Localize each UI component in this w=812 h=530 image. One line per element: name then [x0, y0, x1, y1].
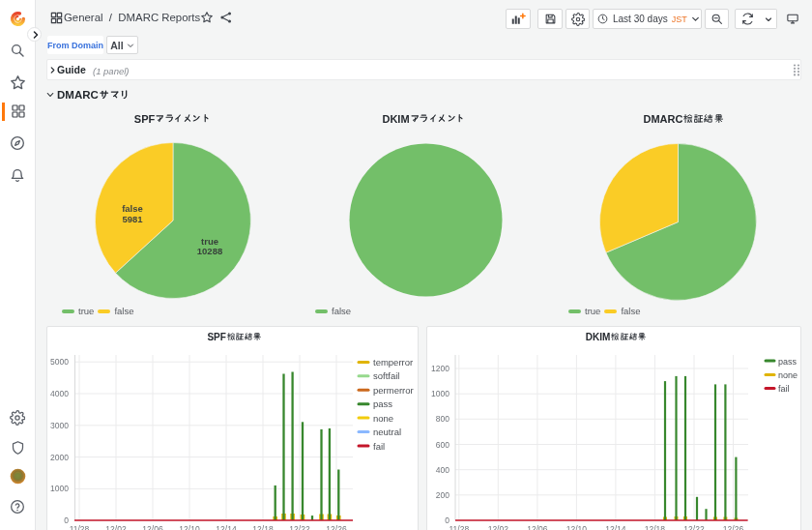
- svg-text:1000: 1000: [50, 484, 69, 493]
- svg-text:400: 400: [436, 465, 450, 475]
- svg-text:12/26: 12/26: [723, 524, 744, 530]
- svg-text:1200: 1200: [431, 364, 450, 373]
- svg-text:12/14: 12/14: [605, 524, 626, 530]
- svg-text:12/02: 12/02: [105, 524, 127, 530]
- svg-text:temperror: temperror: [373, 357, 413, 368]
- svg-text:permerror: permerror: [373, 385, 414, 396]
- svg-text:12/10: 12/10: [566, 524, 588, 530]
- svg-text:0: 0: [64, 515, 69, 525]
- svg-text:11/28: 11/28: [449, 524, 469, 530]
- svg-text:12/26: 12/26: [326, 524, 347, 530]
- svg-text:600: 600: [436, 440, 450, 450]
- svg-text:12/22: 12/22: [683, 524, 705, 530]
- svg-text:4000: 4000: [50, 389, 69, 398]
- svg-text:11/28: 11/28: [70, 524, 90, 530]
- svg-text:800: 800: [436, 414, 450, 424]
- svg-text:pass: pass: [778, 357, 798, 367]
- svg-text:12/02: 12/02: [488, 524, 509, 530]
- svg-text:12/14: 12/14: [216, 524, 237, 530]
- svg-text:fail: fail: [778, 384, 790, 394]
- svg-text:none: none: [373, 413, 393, 424]
- svg-text:none: none: [778, 370, 798, 380]
- svg-text:12/22: 12/22: [289, 524, 310, 530]
- svg-text:12/18: 12/18: [645, 524, 666, 530]
- svg-text:neutral: neutral: [373, 427, 401, 437]
- svg-text:12/06: 12/06: [142, 524, 163, 530]
- svg-text:12/18: 12/18: [252, 524, 274, 530]
- svg-text:5000: 5000: [50, 357, 69, 367]
- svg-text:12/06: 12/06: [527, 524, 548, 530]
- svg-text:200: 200: [436, 490, 450, 500]
- svg-text:1000: 1000: [431, 389, 450, 398]
- svg-text:softfail: softfail: [373, 370, 399, 381]
- svg-text:pass: pass: [373, 398, 392, 409]
- svg-text:3000: 3000: [50, 421, 69, 430]
- svg-text:12/10: 12/10: [179, 524, 200, 530]
- svg-text:2000: 2000: [50, 453, 69, 462]
- svg-text:fail: fail: [373, 441, 385, 452]
